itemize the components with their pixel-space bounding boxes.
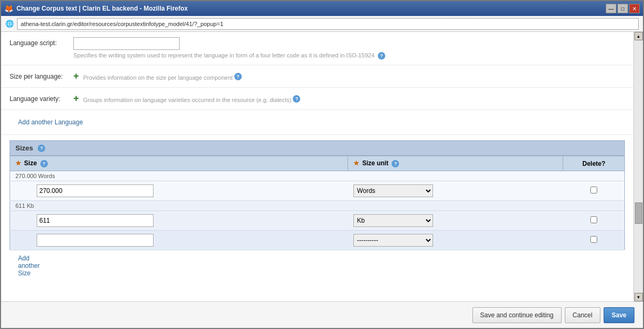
language-variety-row: Language variety: + Groups information o… xyxy=(1,88,633,110)
language-script-content: Specifies the writing system used to rep… xyxy=(73,37,625,60)
sizes-header: Sizes ? xyxy=(10,140,625,156)
scroll-up-arrow[interactable]: ▲ xyxy=(634,32,643,40)
table-row: ----------WordsKbMbSentencesParagraphs xyxy=(10,231,625,250)
save-continue-button[interactable]: Save and continue editing xyxy=(472,307,562,323)
address-input[interactable] xyxy=(17,18,639,30)
size-unit-col-header: ★ Size unit ? xyxy=(348,156,563,171)
language-variety-label: Language variety: xyxy=(10,93,73,103)
size-required-star: ★ xyxy=(15,159,21,167)
size-per-language-row: Size per language: + Provides informatio… xyxy=(1,65,633,88)
sizes-header-text: Sizes xyxy=(15,144,33,152)
size-per-language-label: Size per language: xyxy=(10,71,73,80)
scrollbar-thumb[interactable] xyxy=(635,203,642,224)
scrollbar[interactable]: ▲ ▼ xyxy=(633,32,643,301)
cancel-button[interactable]: Cancel xyxy=(565,307,600,323)
sizes-table: ★ Size ? ★ Size unit ? D xyxy=(10,156,625,250)
add-another-size-link[interactable]: Add another Size xyxy=(18,255,40,277)
size-row-label: 270.000 Words xyxy=(10,171,625,181)
titlebar-left: 🦊 Change Corpus text | Clarin EL backend… xyxy=(4,4,188,13)
table-row: WordsKbMbSentencesParagraphs---------- xyxy=(10,211,625,231)
add-size-section: Add another Size xyxy=(10,250,625,281)
content-area: Language script: Specifies the writing s… xyxy=(1,32,643,301)
language-script-help: Specifies the writing system used to rep… xyxy=(73,52,625,60)
size-value-input[interactable] xyxy=(37,214,154,227)
size-unit-select[interactable]: WordsKbMbSentencesParagraphs---------- xyxy=(353,184,433,197)
main-panel: Language script: Specifies the writing s… xyxy=(1,32,633,301)
delete-checkbox[interactable] xyxy=(590,236,597,243)
bottom-bar: Save and continue editing Cancel Save xyxy=(1,301,643,328)
titlebar-controls: — □ ✕ xyxy=(606,4,640,13)
size-unit-select[interactable]: ----------WordsKbMbSentencesParagraphs xyxy=(353,234,433,247)
firefox-icon: 🦊 xyxy=(4,4,13,13)
sizes-table-header-row: ★ Size ? ★ Size unit ? D xyxy=(10,156,625,171)
titlebar: 🦊 Change Corpus text | Clarin EL backend… xyxy=(1,1,643,16)
save-button[interactable]: Save xyxy=(604,307,634,323)
size-unit-select[interactable]: WordsKbMbSentencesParagraphs---------- xyxy=(353,214,433,227)
language-variety-plus[interactable]: + xyxy=(73,93,79,104)
form-section: Language script: Specifies the writing s… xyxy=(1,32,633,281)
maximize-button[interactable]: □ xyxy=(617,4,628,13)
language-script-input[interactable] xyxy=(73,37,180,50)
size-col-header: ★ Size ? xyxy=(10,156,348,171)
size-per-language-help-icon[interactable]: ? xyxy=(234,73,242,80)
size-per-language-content: + Provides information on the size per l… xyxy=(73,71,625,82)
globe-icon: 🌐 xyxy=(5,20,14,28)
minimize-button[interactable]: — xyxy=(606,4,616,13)
language-variety-content: + Groups information on language varieti… xyxy=(73,93,625,104)
window-title: Change Corpus text | Clarin EL backend -… xyxy=(16,5,188,12)
size-per-language-plus[interactable]: + xyxy=(73,71,79,82)
size-row-label: 611 Kb xyxy=(10,201,625,211)
size-col-help-icon[interactable]: ? xyxy=(40,160,48,167)
language-variety-help-icon[interactable]: ? xyxy=(293,95,300,103)
scroll-down-arrow[interactable]: ▼ xyxy=(634,293,643,301)
size-unit-col-help-icon[interactable]: ? xyxy=(392,160,399,167)
size-value-input[interactable] xyxy=(37,234,154,247)
addressbar: 🌐 xyxy=(1,16,643,32)
size-per-language-help: Provides information on the size per lan… xyxy=(83,74,233,81)
close-button[interactable]: ✕ xyxy=(629,4,640,13)
add-another-language-container: Add another Language xyxy=(1,110,633,135)
language-variety-help: Groups information on language varieties… xyxy=(83,97,292,103)
size-unit-required-star: ★ xyxy=(353,159,359,167)
sizes-table-body: 270.000 Words WordsKbMbSentencesParagrap… xyxy=(10,171,625,250)
add-another-language-link[interactable]: Add another Language xyxy=(10,114,625,130)
sizes-help-icon[interactable]: ? xyxy=(38,145,45,152)
sizes-section: Sizes ? ★ Size ? xyxy=(10,140,625,281)
delete-checkbox[interactable] xyxy=(590,187,597,193)
language-script-label: Language script: xyxy=(10,37,73,47)
delete-col-header: Delete? xyxy=(563,156,625,171)
language-script-help-icon[interactable]: ? xyxy=(378,52,385,60)
language-script-row: Language script: Specifies the writing s… xyxy=(1,32,633,65)
browser-window: 🦊 Change Corpus text | Clarin EL backend… xyxy=(0,0,644,329)
delete-checkbox[interactable] xyxy=(590,216,597,223)
size-value-input[interactable] xyxy=(37,184,154,197)
table-row: WordsKbMbSentencesParagraphs---------- xyxy=(10,181,625,201)
